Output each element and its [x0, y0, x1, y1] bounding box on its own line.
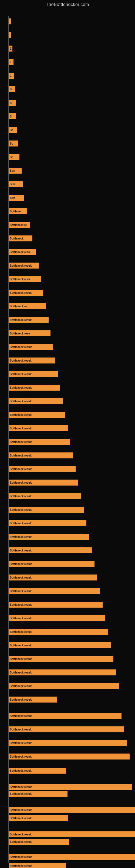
bar-label: Bottleneck result — [10, 454, 32, 457]
bar-label: Bottleneck result — [10, 522, 32, 525]
bar-label: Bottleneck result — [10, 440, 32, 443]
bar-label: Bottleneck result — [10, 590, 32, 593]
list-item: Bott — [9, 167, 21, 174]
bar-label: Bott — [10, 183, 15, 186]
list-item: Bo — [9, 154, 19, 160]
list-item: Bo — [9, 141, 18, 147]
list-item: Bottleneck result — [9, 615, 105, 621]
list-item: Bottleneck result — [9, 791, 68, 797]
bar-label: Bottleneck result — [10, 698, 32, 701]
list-item: Bottleneck result — [9, 371, 58, 377]
bar-label: Bottleneck result — [10, 386, 32, 389]
bar-label: Bo — [10, 142, 13, 145]
list-item: Bottleneck result — [9, 642, 111, 648]
bar-label: Bottleneck result — [10, 792, 32, 795]
list-item — [9, 19, 11, 24]
bar-label: Bottleneck result — [10, 427, 32, 430]
list-item: Bottleneck resu — [9, 330, 50, 336]
list-item: E — [9, 45, 12, 52]
list-item: Bottleneck result — [9, 839, 69, 845]
bar-label: Bottleneck result — [10, 840, 32, 843]
list-item: Bottleneck result — [9, 561, 94, 567]
list-item: Bottleneck result — [9, 753, 130, 760]
bar-label: Bottleneck result — [10, 617, 32, 620]
bar-label: Bottleneck result — [10, 785, 32, 788]
bar-label: Bottleneck result — [10, 657, 32, 660]
bar-label: Bottleneck result — [10, 495, 32, 498]
list-item: Bottleneck result — [9, 713, 122, 719]
list-item: E — [9, 59, 13, 65]
list-item: Bottleneck result — [9, 807, 135, 813]
bar-label: Bottleneck result — [10, 685, 32, 688]
bar-label: Bo — [10, 156, 13, 159]
bar-label: Bottleneck result — [10, 603, 32, 606]
bar-label: Bottleneck result — [10, 742, 32, 745]
list-item: B — [9, 86, 15, 92]
bar-label: Bottleneck result — [10, 400, 32, 403]
list-item: Bottleneck result — [9, 358, 55, 364]
list-item: Bottleneck result — [9, 656, 114, 662]
list-item: B — [9, 100, 16, 106]
list-item: Bottleneck result — [9, 784, 132, 790]
bar-label: Bottleneck result — [10, 535, 32, 538]
bar-label: Bottleneck result — [10, 671, 32, 674]
list-item: Bottleneck result — [9, 768, 66, 774]
list-item: Bott — [9, 181, 23, 187]
list-item: Bottleneck result — [9, 412, 65, 418]
list-item: Bottleneck resu — [9, 276, 41, 282]
bar-label: Bottleneck re — [10, 223, 27, 226]
list-item: Bottleneck resu — [9, 249, 36, 255]
list-item: Bottleneck result — [9, 534, 89, 540]
list-item: Bottleneck result — [9, 479, 78, 486]
list-item: Bottleneck result — [9, 629, 108, 635]
bar-label: Bottleneck result — [10, 563, 32, 565]
bar-label: Bottleneck result — [10, 769, 32, 772]
list-item: Bottleneck result — [9, 262, 39, 269]
list-item: Bottleneck result — [9, 439, 70, 445]
bar-label: Bottleneck result — [10, 481, 32, 484]
bar-label: Bottleneck result — [10, 264, 32, 267]
site-title: TheBottlenecker.com — [0, 0, 135, 8]
list-item: Bottleneck result — [9, 507, 84, 513]
bar-label: E — [10, 74, 12, 77]
list-item: Bottleneck result — [9, 384, 60, 391]
list-item: Bottleneck result — [9, 290, 43, 296]
bar-label: Bottlenec — [10, 210, 22, 213]
list-item: Bottleneck result — [9, 863, 66, 868]
bar-label: Bottleneck result — [10, 318, 32, 321]
bar-label: Bottleneck result — [10, 630, 32, 633]
bar-label: Bottleneck — [10, 237, 24, 240]
list-item: Bottleneck result — [9, 575, 97, 581]
list-item: Bottleneck result — [9, 831, 135, 837]
bar-label: Bottleneck result — [10, 809, 32, 812]
list-item: Bottleneck result — [9, 726, 124, 733]
bar-label: Bottleneck result — [10, 856, 32, 859]
bar-label: Bott — [10, 169, 15, 172]
bar-label: Bottleneck result — [10, 346, 32, 348]
list-item: Bottleneck result — [9, 547, 92, 553]
bar-label: Bott — [10, 196, 15, 199]
bar-label: Bottleneck result — [10, 833, 32, 836]
bar-label: Bo — [10, 129, 13, 131]
list-item: Bottleneck re — [9, 303, 46, 309]
list-item: Bottleneck result — [9, 398, 63, 404]
list-item: Bottleneck result — [9, 815, 68, 821]
bar-label: Bottleneck re — [10, 305, 27, 308]
list-item: B — [9, 113, 16, 119]
list-item: Bottleneck result — [9, 740, 127, 746]
bar-label: Bottleneck result — [10, 508, 32, 511]
list-item: E — [9, 73, 14, 79]
bar-label: Bottleneck resu — [10, 251, 30, 254]
list-item: Bottleneck result — [9, 466, 76, 472]
bar-label: Bottleneck result — [10, 817, 32, 820]
list-item: Bottleneck result — [9, 425, 68, 431]
bar-label: Bottleneck result — [10, 755, 32, 758]
bar-label: B — [10, 88, 12, 91]
bar-label: Bottleneck result — [10, 291, 32, 294]
bar-label: B — [10, 115, 12, 118]
chart-area: EEEBBBBoBoBoBottBottBottBottlenecBottlen… — [0, 8, 135, 865]
list-item: Bottleneck result — [9, 493, 81, 499]
list-item: Bottleneck re — [9, 222, 30, 228]
list-item: Bottleneck result — [9, 520, 86, 526]
list-item: Bottleneck result — [9, 670, 116, 675]
